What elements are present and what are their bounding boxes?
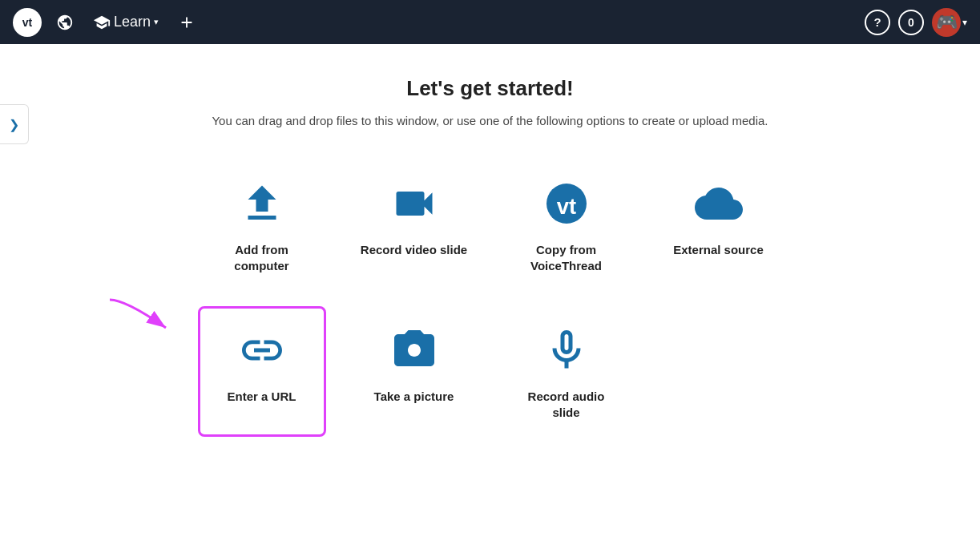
page-subtitle: You can drag and drop files to this wind…	[212, 114, 768, 127]
option-take-picture[interactable]: Take a picture	[350, 306, 478, 437]
avatar: 🎮	[932, 8, 961, 37]
user-menu-button[interactable]: 🎮 ▾	[932, 8, 967, 37]
avatar-chevron-icon: ▾	[962, 17, 967, 28]
option-external-source-label: External source	[673, 242, 764, 258]
globe-button[interactable]	[51, 9, 79, 36]
upload-icon	[238, 180, 286, 228]
camera-icon	[390, 326, 438, 374]
page-title: Let's get started!	[406, 76, 573, 101]
microphone-icon	[542, 326, 591, 374]
learn-button[interactable]: Learn ▾	[88, 9, 163, 36]
svg-text:vt: vt	[556, 194, 575, 219]
main-content: Let's get started! You can drag and drop…	[0, 44, 980, 453]
cloud-icon	[695, 180, 743, 228]
options-grid: Add from computer Record video slide vt	[198, 159, 783, 437]
option-enter-url-label: Enter a URL	[228, 389, 296, 405]
option-record-video[interactable]: Record video slide	[350, 159, 478, 290]
nav-right: ? 0 🎮 ▾	[865, 8, 967, 37]
globe-icon	[56, 14, 74, 31]
voicethread-icon: vt	[542, 180, 591, 228]
count-button[interactable]: 0	[898, 10, 924, 35]
learn-label: Learn	[114, 14, 151, 30]
help-button[interactable]: ?	[865, 10, 890, 35]
options-container: Add from computer Record video slide vt	[198, 159, 783, 437]
option-add-computer[interactable]: Add from computer	[198, 159, 326, 290]
link-icon	[238, 326, 286, 374]
option-copy-vt-label: Copy from VoiceThread	[513, 242, 620, 273]
option-record-audio-label: Record audio slide	[513, 389, 620, 420]
option-take-picture-label: Take a picture	[374, 389, 454, 405]
video-icon	[390, 180, 438, 228]
plus-icon	[178, 14, 196, 31]
add-button[interactable]	[173, 9, 200, 36]
logo-button[interactable]: vt	[13, 8, 42, 37]
option-record-video-label: Record video slide	[361, 242, 467, 258]
arrow-annotation	[102, 292, 206, 340]
option-add-computer-label: Add from computer	[208, 242, 316, 273]
learn-chevron: ▾	[154, 17, 159, 27]
option-external-source[interactable]: External source	[655, 159, 783, 290]
option-enter-url[interactable]: Enter a URL	[198, 306, 326, 437]
option-copy-vt[interactable]: vt Copy from VoiceThread	[502, 159, 631, 290]
navbar: vt Learn ▾ ? 0 🎮 ▾	[0, 0, 980, 44]
graduation-icon	[93, 14, 111, 31]
option-record-audio[interactable]: Record audio slide	[502, 306, 631, 437]
